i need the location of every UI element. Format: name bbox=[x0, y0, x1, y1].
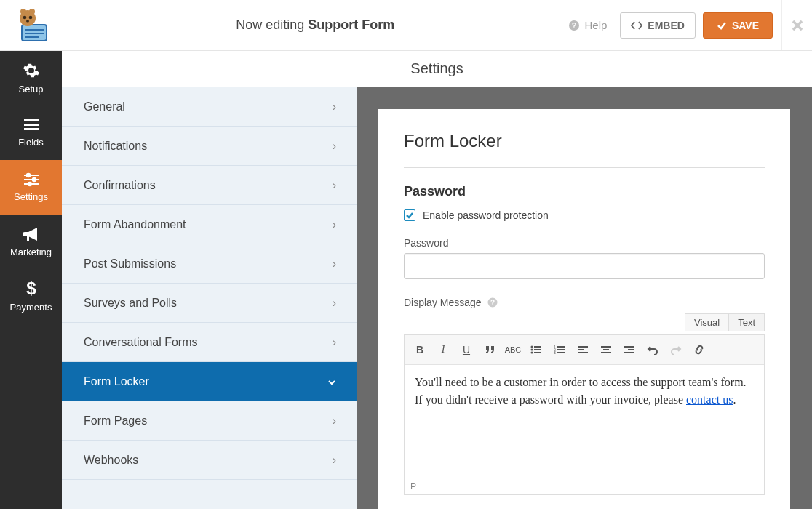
help-link[interactable]: ? Help bbox=[568, 19, 607, 31]
settings-item-label: Form Pages bbox=[84, 414, 147, 428]
form-locker-panel: Form Locker Password Enable password pro… bbox=[378, 109, 790, 509]
svg-rect-30 bbox=[534, 349, 541, 350]
bullet-list-button[interactable] bbox=[525, 340, 547, 360]
settings-item-label: Confirmations bbox=[84, 179, 156, 192]
redo-button[interactable] bbox=[665, 340, 687, 360]
chevron-right-icon: › bbox=[333, 414, 336, 428]
logo bbox=[0, 7, 62, 44]
svg-point-18 bbox=[26, 174, 30, 177]
settings-item-form-pages[interactable]: Form Pages› bbox=[62, 401, 357, 441]
sliders-icon bbox=[23, 172, 40, 187]
editing-prefix: Now editing bbox=[236, 17, 308, 32]
save-label: SAVE bbox=[732, 20, 759, 31]
chevron-right-icon: › bbox=[333, 336, 336, 349]
settings-item-confirmations[interactable]: Confirmations› bbox=[62, 166, 357, 205]
display-message-label: Display Message bbox=[404, 297, 482, 308]
svg-point-8 bbox=[28, 15, 32, 19]
svg-rect-42 bbox=[601, 346, 611, 348]
code-icon bbox=[631, 20, 642, 31]
svg-rect-45 bbox=[624, 346, 634, 348]
settings-list: General› Notifications› Confirmations› F… bbox=[62, 87, 357, 509]
link-button[interactable] bbox=[688, 340, 710, 360]
svg-rect-40 bbox=[578, 349, 584, 350]
page-title: Settings bbox=[62, 51, 812, 87]
embed-button[interactable]: EMBED bbox=[620, 12, 696, 39]
svg-rect-44 bbox=[601, 352, 611, 353]
preview-area: Form Locker Password Enable password pro… bbox=[357, 87, 812, 509]
svg-rect-34 bbox=[557, 349, 565, 350]
now-editing-label: Now editing Support Form bbox=[62, 17, 568, 33]
svg-point-27 bbox=[531, 346, 533, 348]
bullhorn-icon bbox=[23, 226, 40, 242]
settings-item-label: Post Submissions bbox=[84, 257, 176, 270]
sidebar-item-label: Settings bbox=[14, 191, 48, 202]
password-input[interactable] bbox=[404, 253, 765, 279]
settings-item-post-submissions[interactable]: Post Submissions› bbox=[62, 244, 357, 284]
undo-button[interactable] bbox=[642, 340, 664, 360]
save-button[interactable]: SAVE bbox=[703, 12, 773, 39]
svg-point-7 bbox=[23, 15, 26, 19]
settings-item-label: Notifications bbox=[84, 140, 147, 153]
contact-us-link[interactable]: contact us bbox=[686, 393, 733, 406]
svg-rect-47 bbox=[624, 352, 634, 353]
editor-toolbar: B I U ABC 123 bbox=[405, 335, 764, 365]
sidebar-item-label: Payments bbox=[10, 302, 52, 313]
sidebar-item-marketing[interactable]: Marketing bbox=[0, 215, 62, 269]
dollar-icon: $ bbox=[25, 280, 38, 297]
settings-item-label: Surveys and Polls bbox=[84, 297, 177, 310]
editor-tab-text[interactable]: Text bbox=[729, 313, 765, 331]
settings-item-webhooks[interactable]: Webhooks› bbox=[62, 441, 357, 480]
sidebar-item-fields[interactable]: Fields bbox=[0, 105, 62, 160]
editor-tab-visual[interactable]: Visual bbox=[685, 313, 729, 331]
help-label: Help bbox=[584, 19, 607, 31]
settings-item-form-locker[interactable]: Form Locker bbox=[62, 362, 357, 401]
svg-text:$: $ bbox=[26, 280, 36, 297]
align-left-button[interactable] bbox=[572, 340, 594, 360]
svg-point-9 bbox=[26, 20, 29, 22]
align-right-button[interactable] bbox=[618, 340, 640, 360]
sidebar-item-label: Fields bbox=[18, 137, 44, 148]
svg-point-29 bbox=[531, 349, 533, 351]
blockquote-button[interactable] bbox=[479, 340, 501, 360]
help-icon[interactable]: ? bbox=[487, 297, 498, 308]
sidebar-item-setup[interactable]: Setup bbox=[0, 51, 62, 105]
settings-item-surveys-polls[interactable]: Surveys and Polls› bbox=[62, 284, 357, 323]
enable-password-checkbox[interactable] bbox=[404, 209, 415, 221]
svg-rect-39 bbox=[578, 346, 588, 348]
sidebar-item-settings[interactable]: Settings bbox=[0, 160, 62, 215]
align-center-button[interactable] bbox=[595, 340, 617, 360]
sidebar-item-payments[interactable]: $ Payments bbox=[0, 269, 62, 324]
settings-item-form-abandonment[interactable]: Form Abandonment› bbox=[62, 205, 357, 244]
svg-rect-14 bbox=[24, 119, 39, 121]
svg-point-22 bbox=[28, 183, 31, 186]
settings-item-conversational-forms[interactable]: Conversational Forms› bbox=[62, 323, 357, 362]
chevron-right-icon: › bbox=[333, 140, 336, 153]
settings-item-label: Conversational Forms bbox=[84, 336, 198, 349]
settings-item-notifications[interactable]: Notifications› bbox=[62, 127, 357, 166]
svg-rect-15 bbox=[24, 124, 39, 126]
close-button[interactable] bbox=[781, 0, 812, 50]
settings-item-general[interactable]: General› bbox=[62, 87, 357, 127]
italic-button[interactable]: I bbox=[432, 340, 454, 360]
bold-button[interactable]: B bbox=[409, 340, 431, 360]
svg-rect-46 bbox=[628, 349, 634, 350]
settings-item-label: Webhooks bbox=[84, 454, 138, 467]
chevron-right-icon: › bbox=[333, 218, 336, 231]
chevron-right-icon: › bbox=[333, 179, 336, 192]
svg-text:3: 3 bbox=[554, 350, 556, 355]
editor-content[interactable]: You'll need to be a customer in order to… bbox=[405, 365, 764, 478]
svg-rect-28 bbox=[534, 346, 541, 348]
topbar: Now editing Support Form ? Help EMBED SA… bbox=[0, 0, 812, 51]
sidebar-item-label: Setup bbox=[19, 84, 44, 95]
svg-text:?: ? bbox=[572, 21, 577, 30]
svg-point-20 bbox=[32, 178, 36, 182]
strikethrough-button[interactable]: ABC bbox=[502, 340, 524, 360]
panel-title: Form Locker bbox=[404, 131, 765, 151]
chevron-down-icon bbox=[327, 375, 336, 388]
numbered-list-button[interactable]: 123 bbox=[549, 340, 570, 360]
form-name: Support Form bbox=[308, 17, 394, 32]
section-password-title: Password bbox=[404, 184, 765, 199]
underline-button[interactable]: U bbox=[455, 340, 477, 360]
enable-password-label: Enable password protection bbox=[423, 209, 549, 221]
svg-point-6 bbox=[29, 9, 35, 15]
